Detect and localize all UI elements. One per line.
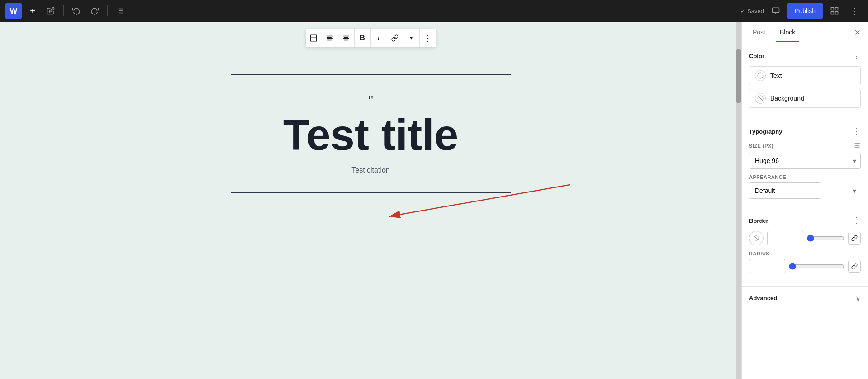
editor-content: " Test title Test citation	[208, 58, 534, 209]
topbar: W + ✓ Saved Publish ⋮	[0, 0, 868, 22]
border-radius-slider[interactable]	[789, 263, 844, 270]
svg-rect-13	[310, 35, 317, 41]
more-dropdown-button[interactable]: ▾	[403, 29, 420, 47]
svg-rect-6	[773, 8, 779, 13]
border-section-title: Border	[749, 217, 768, 224]
settings-button[interactable]	[826, 3, 843, 19]
appearance-select-arrow-icon: ▾	[853, 187, 856, 195]
tab-post[interactable]: Post	[749, 23, 769, 42]
sidebar-tabs: Post Block ✕	[742, 22, 868, 43]
border-radius-row: px	[749, 259, 861, 273]
background-color-option[interactable]: Background	[749, 89, 861, 108]
radius-field-label: RADIUS	[749, 251, 861, 256]
svg-rect-11	[835, 12, 838, 14]
radius-label-text: RADIUS	[749, 251, 769, 256]
saved-text: Saved	[747, 8, 764, 14]
advanced-header[interactable]: Advanced ∨	[749, 294, 861, 302]
bottom-separator	[231, 192, 511, 193]
border-width-input-wrapper: px	[767, 231, 803, 245]
main-layout: B I ▾ ⋮ " Test title Test citation	[0, 22, 868, 379]
border-color-button[interactable]	[749, 231, 764, 245]
border-radius-input[interactable]	[749, 263, 785, 270]
svg-rect-12	[831, 12, 834, 14]
align-left-button[interactable]	[322, 29, 338, 47]
typography-section: Typography ⋮ SIZE (PX) Huge 96 Small Med…	[742, 119, 868, 208]
italic-button[interactable]: I	[371, 29, 387, 47]
typography-section-title: Typography	[749, 128, 782, 135]
border-width-slider-wrapper	[807, 235, 844, 242]
list-view-button[interactable]	[113, 4, 128, 18]
editor-area: B I ▾ ⋮ " Test title Test citation	[0, 22, 741, 379]
border-radius-slider-wrapper	[789, 263, 844, 270]
divider-2	[107, 5, 108, 16]
quote-mark: "	[368, 93, 374, 107]
border-section-header: Border ⋮	[749, 216, 861, 225]
scrollbar-thumb[interactable]	[736, 49, 741, 103]
svg-line-28	[758, 96, 763, 101]
advanced-title: Advanced	[749, 295, 777, 302]
color-section: Color ⋮ Text Background	[742, 43, 868, 119]
border-width-row: px	[749, 231, 861, 245]
appearance-select-wrapper: Default Thin Light Regular Medium Bold B…	[749, 182, 861, 199]
appearance-select[interactable]: Default Thin Light Regular Medium Bold B…	[749, 182, 821, 199]
align-wrap-button[interactable]	[306, 29, 322, 47]
tab-block[interactable]: Block	[776, 23, 799, 42]
top-separator	[231, 74, 511, 75]
border-section: Border ⋮ px RA	[742, 208, 868, 287]
svg-line-26	[758, 73, 763, 78]
svg-line-35	[754, 236, 758, 240]
saved-status: ✓ Saved	[740, 8, 764, 14]
color-section-title: Color	[749, 53, 764, 59]
advanced-chevron-icon: ∨	[855, 294, 861, 302]
background-color-circle	[755, 93, 766, 104]
border-width-slider[interactable]	[807, 235, 844, 242]
typography-section-menu-button[interactable]: ⋮	[853, 126, 861, 136]
redo-button[interactable]	[87, 4, 102, 18]
test-title[interactable]: Test title	[283, 111, 459, 159]
text-color-label: Text	[770, 72, 782, 79]
text-color-circle	[755, 70, 766, 81]
publish-button[interactable]: Publish	[787, 3, 823, 19]
bold-button[interactable]: B	[355, 29, 371, 47]
check-icon: ✓	[740, 8, 745, 14]
border-section-menu-button[interactable]: ⋮	[853, 216, 861, 225]
align-center-button[interactable]	[338, 29, 355, 47]
background-color-label: Background	[770, 95, 804, 102]
block-toolbar: B I ▾ ⋮	[306, 29, 436, 47]
border-radius-link-button[interactable]	[848, 260, 861, 273]
size-filter-icon[interactable]	[854, 142, 861, 150]
test-citation[interactable]: Test citation	[351, 166, 389, 174]
wp-logo[interactable]: W	[5, 3, 22, 19]
editor-scrollbar[interactable]	[736, 22, 741, 379]
advanced-section: Advanced ∨	[742, 287, 868, 310]
color-section-header: Color ⋮	[749, 51, 861, 61]
more-options-toolbar-button[interactable]: ⋮	[420, 29, 436, 47]
edit-button[interactable]	[43, 4, 58, 18]
border-radius-input-wrapper: px	[749, 259, 785, 273]
sidebar: Post Block ✕ Color ⋮ Text Backg	[741, 22, 868, 379]
text-color-option[interactable]: Text	[749, 66, 861, 85]
size-select-wrapper: Huge 96 Small Medium Large Custom ▾	[749, 153, 861, 169]
appearance-field-label: APPEARANCE	[749, 174, 861, 180]
border-link-button[interactable]	[848, 232, 861, 245]
more-options-button[interactable]: ⋮	[846, 3, 863, 19]
svg-rect-9	[831, 8, 834, 10]
size-select[interactable]: Huge 96 Small Medium Large Custom	[749, 153, 861, 169]
view-button[interactable]	[768, 3, 784, 19]
size-label-text: SIZE (PX)	[749, 143, 773, 149]
typography-section-header: Typography ⋮	[749, 126, 861, 136]
border-width-input[interactable]	[768, 235, 803, 242]
divider-1	[63, 5, 64, 16]
link-button[interactable]	[387, 29, 403, 47]
add-block-button[interactable]: +	[25, 4, 40, 18]
color-section-menu-button[interactable]: ⋮	[853, 51, 861, 61]
sidebar-close-button[interactable]: ✕	[854, 28, 861, 38]
undo-button[interactable]	[69, 4, 84, 18]
svg-rect-10	[835, 8, 838, 10]
size-field-label: SIZE (PX)	[749, 142, 861, 150]
